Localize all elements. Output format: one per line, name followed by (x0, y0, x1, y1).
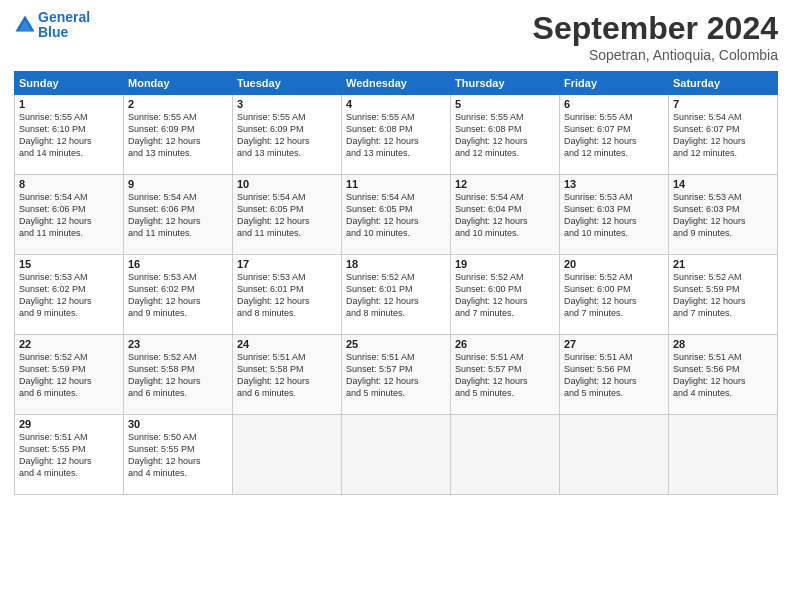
day-number: 19 (455, 258, 555, 270)
logo-text: General Blue (38, 10, 90, 41)
day-number: 30 (128, 418, 228, 430)
calendar-cell (669, 415, 778, 495)
calendar-cell (342, 415, 451, 495)
day-detail: Sunrise: 5:52 AMSunset: 6:00 PMDaylight:… (564, 271, 664, 320)
day-number: 6 (564, 98, 664, 110)
calendar-cell: 17Sunrise: 5:53 AMSunset: 6:01 PMDayligh… (233, 255, 342, 335)
calendar-cell: 11Sunrise: 5:54 AMSunset: 6:05 PMDayligh… (342, 175, 451, 255)
day-number: 26 (455, 338, 555, 350)
day-header-monday: Monday (124, 72, 233, 95)
page: General Blue September 2024 Sopetran, An… (0, 0, 792, 612)
day-number: 13 (564, 178, 664, 190)
day-detail: Sunrise: 5:55 AMSunset: 6:09 PMDaylight:… (237, 111, 337, 160)
day-number: 18 (346, 258, 446, 270)
day-detail: Sunrise: 5:55 AMSunset: 6:08 PMDaylight:… (455, 111, 555, 160)
day-detail: Sunrise: 5:52 AMSunset: 5:59 PMDaylight:… (673, 271, 773, 320)
day-number: 8 (19, 178, 119, 190)
calendar-cell: 26Sunrise: 5:51 AMSunset: 5:57 PMDayligh… (451, 335, 560, 415)
calendar-cell (560, 415, 669, 495)
header: General Blue September 2024 Sopetran, An… (14, 10, 778, 63)
day-header-saturday: Saturday (669, 72, 778, 95)
day-detail: Sunrise: 5:51 AMSunset: 5:56 PMDaylight:… (564, 351, 664, 400)
day-number: 25 (346, 338, 446, 350)
day-detail: Sunrise: 5:54 AMSunset: 6:06 PMDaylight:… (128, 191, 228, 240)
day-detail: Sunrise: 5:51 AMSunset: 5:57 PMDaylight:… (455, 351, 555, 400)
calendar-week-5: 29Sunrise: 5:51 AMSunset: 5:55 PMDayligh… (15, 415, 778, 495)
day-detail: Sunrise: 5:55 AMSunset: 6:07 PMDaylight:… (564, 111, 664, 160)
day-detail: Sunrise: 5:53 AMSunset: 6:01 PMDaylight:… (237, 271, 337, 320)
day-detail: Sunrise: 5:54 AMSunset: 6:04 PMDaylight:… (455, 191, 555, 240)
day-detail: Sunrise: 5:52 AMSunset: 5:59 PMDaylight:… (19, 351, 119, 400)
day-detail: Sunrise: 5:52 AMSunset: 6:00 PMDaylight:… (455, 271, 555, 320)
day-detail: Sunrise: 5:53 AMSunset: 6:03 PMDaylight:… (564, 191, 664, 240)
calendar-cell: 10Sunrise: 5:54 AMSunset: 6:05 PMDayligh… (233, 175, 342, 255)
day-detail: Sunrise: 5:51 AMSunset: 5:56 PMDaylight:… (673, 351, 773, 400)
day-detail: Sunrise: 5:52 AMSunset: 6:01 PMDaylight:… (346, 271, 446, 320)
day-header-friday: Friday (560, 72, 669, 95)
calendar-cell: 21Sunrise: 5:52 AMSunset: 5:59 PMDayligh… (669, 255, 778, 335)
calendar-cell: 15Sunrise: 5:53 AMSunset: 6:02 PMDayligh… (15, 255, 124, 335)
calendar-cell: 28Sunrise: 5:51 AMSunset: 5:56 PMDayligh… (669, 335, 778, 415)
day-detail: Sunrise: 5:55 AMSunset: 6:10 PMDaylight:… (19, 111, 119, 160)
calendar-week-2: 8Sunrise: 5:54 AMSunset: 6:06 PMDaylight… (15, 175, 778, 255)
calendar-cell: 9Sunrise: 5:54 AMSunset: 6:06 PMDaylight… (124, 175, 233, 255)
calendar-week-3: 15Sunrise: 5:53 AMSunset: 6:02 PMDayligh… (15, 255, 778, 335)
day-number: 7 (673, 98, 773, 110)
day-detail: Sunrise: 5:53 AMSunset: 6:02 PMDaylight:… (19, 271, 119, 320)
calendar-week-4: 22Sunrise: 5:52 AMSunset: 5:59 PMDayligh… (15, 335, 778, 415)
calendar-cell (451, 415, 560, 495)
logo-icon (14, 14, 36, 36)
day-detail: Sunrise: 5:54 AMSunset: 6:06 PMDaylight:… (19, 191, 119, 240)
day-number: 14 (673, 178, 773, 190)
day-number: 1 (19, 98, 119, 110)
day-detail: Sunrise: 5:55 AMSunset: 6:08 PMDaylight:… (346, 111, 446, 160)
day-header-wednesday: Wednesday (342, 72, 451, 95)
calendar-cell: 5Sunrise: 5:55 AMSunset: 6:08 PMDaylight… (451, 95, 560, 175)
calendar-cell: 29Sunrise: 5:51 AMSunset: 5:55 PMDayligh… (15, 415, 124, 495)
calendar-table: SundayMondayTuesdayWednesdayThursdayFrid… (14, 71, 778, 495)
day-number: 28 (673, 338, 773, 350)
day-number: 20 (564, 258, 664, 270)
calendar-cell: 24Sunrise: 5:51 AMSunset: 5:58 PMDayligh… (233, 335, 342, 415)
calendar-cell: 6Sunrise: 5:55 AMSunset: 6:07 PMDaylight… (560, 95, 669, 175)
day-detail: Sunrise: 5:53 AMSunset: 6:03 PMDaylight:… (673, 191, 773, 240)
calendar-cell: 30Sunrise: 5:50 AMSunset: 5:55 PMDayligh… (124, 415, 233, 495)
calendar-cell: 12Sunrise: 5:54 AMSunset: 6:04 PMDayligh… (451, 175, 560, 255)
day-number: 24 (237, 338, 337, 350)
calendar-cell: 7Sunrise: 5:54 AMSunset: 6:07 PMDaylight… (669, 95, 778, 175)
calendar-cell: 13Sunrise: 5:53 AMSunset: 6:03 PMDayligh… (560, 175, 669, 255)
day-number: 5 (455, 98, 555, 110)
calendar-cell: 23Sunrise: 5:52 AMSunset: 5:58 PMDayligh… (124, 335, 233, 415)
day-number: 15 (19, 258, 119, 270)
calendar-cell: 20Sunrise: 5:52 AMSunset: 6:00 PMDayligh… (560, 255, 669, 335)
day-number: 23 (128, 338, 228, 350)
day-number: 4 (346, 98, 446, 110)
day-detail: Sunrise: 5:52 AMSunset: 5:58 PMDaylight:… (128, 351, 228, 400)
day-detail: Sunrise: 5:50 AMSunset: 5:55 PMDaylight:… (128, 431, 228, 480)
day-header-thursday: Thursday (451, 72, 560, 95)
day-detail: Sunrise: 5:51 AMSunset: 5:55 PMDaylight:… (19, 431, 119, 480)
day-number: 17 (237, 258, 337, 270)
subtitle: Sopetran, Antioquia, Colombia (533, 47, 778, 63)
calendar-cell: 27Sunrise: 5:51 AMSunset: 5:56 PMDayligh… (560, 335, 669, 415)
logo: General Blue (14, 10, 90, 41)
day-detail: Sunrise: 5:51 AMSunset: 5:58 PMDaylight:… (237, 351, 337, 400)
calendar-header-row: SundayMondayTuesdayWednesdayThursdayFrid… (15, 72, 778, 95)
day-number: 9 (128, 178, 228, 190)
day-number: 2 (128, 98, 228, 110)
calendar-cell: 14Sunrise: 5:53 AMSunset: 6:03 PMDayligh… (669, 175, 778, 255)
day-detail: Sunrise: 5:51 AMSunset: 5:57 PMDaylight:… (346, 351, 446, 400)
day-number: 27 (564, 338, 664, 350)
day-number: 3 (237, 98, 337, 110)
calendar-week-1: 1Sunrise: 5:55 AMSunset: 6:10 PMDaylight… (15, 95, 778, 175)
day-number: 10 (237, 178, 337, 190)
calendar-cell: 2Sunrise: 5:55 AMSunset: 6:09 PMDaylight… (124, 95, 233, 175)
day-detail: Sunrise: 5:55 AMSunset: 6:09 PMDaylight:… (128, 111, 228, 160)
day-header-sunday: Sunday (15, 72, 124, 95)
day-number: 11 (346, 178, 446, 190)
calendar-cell: 16Sunrise: 5:53 AMSunset: 6:02 PMDayligh… (124, 255, 233, 335)
title-area: September 2024 Sopetran, Antioquia, Colo… (533, 10, 778, 63)
calendar-cell (233, 415, 342, 495)
day-number: 21 (673, 258, 773, 270)
calendar-cell: 25Sunrise: 5:51 AMSunset: 5:57 PMDayligh… (342, 335, 451, 415)
